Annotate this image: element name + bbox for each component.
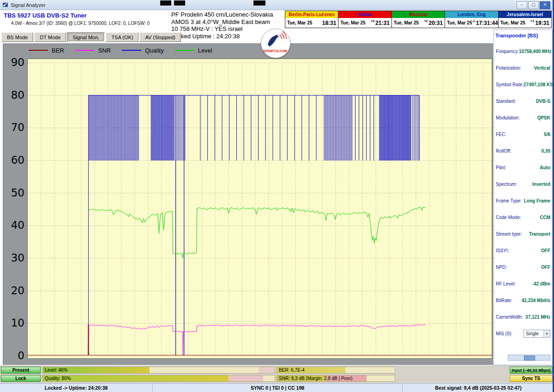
clock-time-display: Tue, Mar 25+119:31 [499,18,551,28]
tp-row-frequency: Frequency:10758,400 MHz [494,43,552,59]
tp-label: RollOff: [496,148,511,154]
lock-indicator: Lock [1,375,41,382]
mis-dropdown[interactable]: Single▾ [524,330,550,338]
statusbar-lock-uptime: Locked -> Uptime: 24:20:38 [0,384,153,392]
meter-zone [229,375,263,381]
tab-signal-mon[interactable]: Signal Mon. [67,32,105,42]
close-button[interactable]: ✕ [540,1,550,9]
y-tick-label: 10 [3,316,24,329]
tab-tsa-ok[interactable]: TSA (OK) [106,32,138,42]
present-indicator: Present [1,367,41,374]
level-meter-label: Level: 46% [45,368,67,373]
ber-meter-label: BER: 6,7E-4 [279,368,305,373]
y-tick-label: 30 [3,251,24,264]
locked-uptime-line: Locked Uptime : 24:20:38 [171,33,273,40]
clock-city-label: Jerusalem-Israel [499,11,551,18]
meter-zone [150,367,259,373]
tp-label: RF Level: [496,281,516,286]
tp-label: MIS (0): [496,331,512,336]
tp-label: Modulation: [496,115,520,120]
legend-item-ber: BER [29,47,64,54]
y-tick-label: 40 [3,219,24,232]
tp-row-spectrum: Spectrum:Inverted [494,176,552,192]
chart-svg [28,59,492,358]
meter-zone [263,375,275,381]
snr-meter-label: SNR: 9,3 dB (Margin: 2,8 dB | Poor) [279,376,352,381]
tp-label: BitRate: [496,298,512,303]
tp-value: 42,234 Mbit/s [522,298,550,303]
tuner-name: TBS 5927 USB DVB-S2 Tuner [4,12,150,19]
clock-city-label: Dubai [338,11,391,18]
dxsatcs-logo: DXSATCS.COM [261,29,290,58]
legend-color-swatch [75,50,95,51]
clock-time: 18:31 [322,20,337,26]
clock-date: Tue, Mar 25 [287,20,312,25]
tp-label: Pilot: [496,165,506,170]
status-strip: Present Lock Input (~40,34 Mbps) Sync TS… [0,365,554,383]
y-tick-label: 90 [3,56,24,69]
tab-dt-mode[interactable]: DT Mode [34,32,66,42]
clock-utc-offset: +1 [530,19,534,23]
clock-utc-offset: +2 [424,19,428,23]
scrollbar-thumb[interactable] [524,356,535,361]
legend-color-swatch [122,50,141,51]
maximize-button[interactable]: ▢ [528,1,539,9]
dish-info-line: PF Prodelin 450 cm/Lučenec-Slovakia [171,11,273,18]
tp-value: Transport [529,232,550,237]
clock-city-label: London, Eng [445,11,498,18]
tp-value: Inverted [532,182,550,187]
tp-label: ISSYI: [496,248,509,253]
tp-label: Frequency: [496,49,519,54]
tp-label: Frame Type: [496,198,522,203]
tp-value: Auto [540,165,550,170]
legend-label: Level [198,47,212,54]
logo-text: DXSATCS.COM [263,49,287,53]
tab-bs-mode[interactable]: BS Mode [1,32,33,42]
tp-value: Vertical [534,65,550,71]
chart-legend: BERSNRQualityLevel [29,46,212,54]
tp-value: Long Frame [524,198,550,203]
legend-item-level: Level [175,47,212,54]
titlebar-dark-patch [174,0,185,6]
tp-value: DVB-S [536,99,550,104]
transponder-panel: Transponder [BS] Frequency:10758,400 MHz… [494,30,553,365]
tp-value: -42 dBm [532,281,550,286]
tp-row-polarization: Polarization:Vertical [494,59,552,76]
tp-row-carrierwidth: CarrierWidth:37,121 MHz [494,309,552,325]
clock-time: 20:31 [429,20,443,26]
clock-city-label: Moscow [392,11,445,18]
tp-row-standard: Standard:DVB-S [494,93,552,109]
transponder-title: Transponder [BS] [495,33,551,38]
clock-utc-offset: +3 [371,19,374,23]
tp-row-rf-level: RF Level:-42 dBm [494,275,552,292]
tp-row-code-mode: Code Mode:CCM [494,209,552,226]
window-controls: –▢✕ [517,1,550,9]
clock-time: 17:31:44 [476,20,498,26]
clock-time-display: Tue, Mar 2518:31 [285,18,338,28]
meter-snr: SNR: 9,3 dB (Margin: 2,8 dB | Poor) [277,375,395,382]
chart-panel: BERSNRQualityLevel 9080706050403020100 [3,43,493,365]
mini-scrollbar[interactable] [508,355,550,361]
clock-moscow: MoscowTue, Mar 25+220:31 [392,11,445,28]
tp-value: 37,121 MHz [525,315,550,320]
y-tick-label: 80 [3,89,24,101]
tp-label: Symbol Rate: [496,82,524,87]
clock-time-display: Tue, Mar 25+220:31 [392,18,445,28]
tp-row-issyi: ISSYI:OFF [494,242,552,259]
tp-row-modulation: Modulation:QPSK [494,109,552,126]
tp-value: OFF [541,265,550,270]
legend-item-quality: Quality [122,47,163,54]
tp-row-rolloff: RollOff:0,35 [494,143,552,159]
tp-value: OFF [541,248,550,253]
meter-zone [259,367,275,373]
window-title: Signal Analyzer [11,2,46,8]
tp-row-symbol-rate: Symbol Rate:27497,108 KS/s [494,76,552,93]
tp-label: CarrierWidth: [496,315,523,320]
mis-selected-value: Single [526,331,539,336]
mode-tabs: BS ModeDT ModeSignal Mon.TSA (OK)AV (Sto… [1,32,181,42]
tab-av-stopped[interactable]: AV (Stopped) [139,32,181,42]
titlebar-dark-patch [160,0,171,6]
minimize-button[interactable]: – [517,1,527,9]
legend-item-snr: SNR [75,47,111,54]
tp-label: Stream type: [496,232,522,237]
